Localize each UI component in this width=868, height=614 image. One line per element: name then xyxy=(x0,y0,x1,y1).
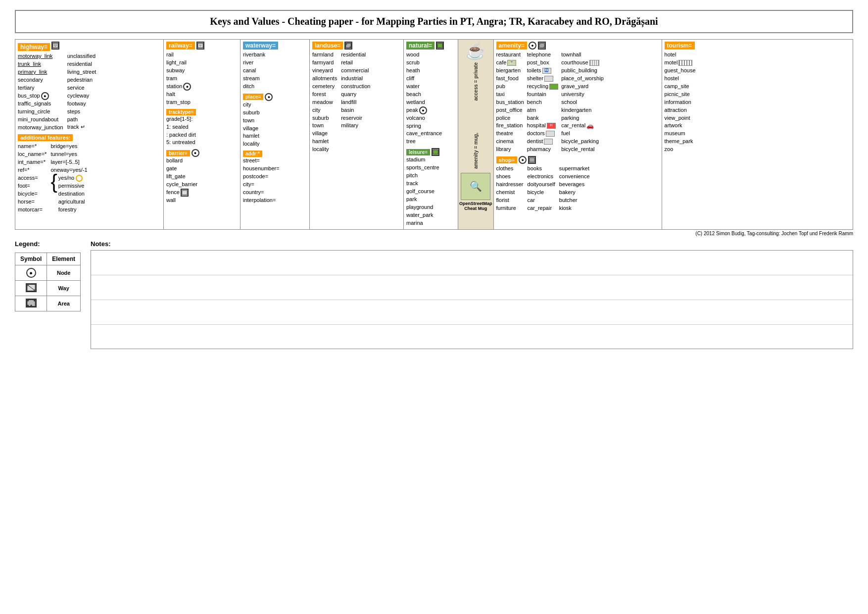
nat-beach: beach xyxy=(406,91,455,99)
ww-river: river xyxy=(243,59,307,67)
legend-section: Legend: Symbol Element ● Node xyxy=(15,240,81,349)
landuse-col1: farmland farmyard vineyard allotments ce… xyxy=(312,51,337,154)
am-bus-station: bus_station xyxy=(496,99,524,106)
to-hotel: hotel xyxy=(665,51,724,59)
natural-area-icon xyxy=(436,42,444,50)
lu-vineyard: vineyard xyxy=(312,67,337,75)
rw-subway: subway xyxy=(166,67,238,75)
am-toilets: toilets xyxy=(527,67,541,75)
nat-wood: wood xyxy=(406,51,455,59)
am-post-office: post_office xyxy=(496,106,524,114)
addr-country: country= xyxy=(243,189,307,197)
landuse-items: farmland farmyard vineyard allotments ce… xyxy=(312,51,401,154)
landuse-area-icon xyxy=(344,42,352,50)
am-bicycle-rental: bicycle_rental xyxy=(561,146,604,154)
am-shelter-icon xyxy=(544,76,553,82)
sh-supermarket: supermarket xyxy=(559,165,590,173)
lu-farmyard: farmyard xyxy=(312,59,337,67)
shop-col1: clothes shoes hairdresser chemist floris… xyxy=(496,165,524,212)
page: Keys and Values - Cheating paper - for M… xyxy=(0,0,868,359)
lu-city: city xyxy=(312,106,337,114)
leisure-label: leisure= xyxy=(406,149,430,155)
am-courthouse-icon xyxy=(589,60,599,66)
ww-place-node-icon: ● xyxy=(265,93,273,101)
lu-commercial: commercial xyxy=(341,67,370,75)
access-private-label: access = private xyxy=(473,62,479,101)
sh-bicycle: bicycle xyxy=(528,189,555,197)
am-kindergarten: kindergarten xyxy=(561,106,604,114)
lu-hamlet: hamlet xyxy=(312,138,337,146)
shop-header: shop= ● xyxy=(496,156,659,164)
railway-header: railway= xyxy=(166,42,238,50)
hw-path: path xyxy=(67,116,96,124)
addr-interpolation: interpolation= xyxy=(243,197,307,205)
rw-barrier-label: barrier= xyxy=(166,150,190,156)
to-museum: museum xyxy=(665,130,724,138)
tourism-section: tourism= hotel motel guest_house hostel … xyxy=(662,40,726,229)
place-hamlet: hamlet xyxy=(243,132,307,140)
sh-books: books xyxy=(528,165,555,173)
amenity-col2: telephone post_box toilets 🚻 shelter rec… xyxy=(527,51,558,154)
legend-title: Legend: xyxy=(15,240,81,248)
af-permissive: permissive xyxy=(58,182,85,190)
svg-point-5 xyxy=(350,47,351,48)
am-recycling-icon xyxy=(549,84,558,90)
am-theatre: theatre xyxy=(496,130,524,138)
to-view-point: view_point xyxy=(665,114,724,122)
rw-halt: halt xyxy=(166,91,238,99)
to-artwork: artwork xyxy=(665,122,724,130)
hw-traffic-signals: traffic_signals xyxy=(18,100,63,108)
lu-reservoir: reservoir xyxy=(341,114,370,122)
lei-sports-centre: sports_centre xyxy=(406,164,455,172)
note-line-1 xyxy=(91,251,853,275)
natural-header: natural= xyxy=(406,42,455,50)
am-fuel: fuel xyxy=(561,130,604,138)
ww-place-group: place= ● xyxy=(243,93,307,101)
addr-housenumber: housenumber= xyxy=(243,165,307,173)
af-tunnel: tunnel=yes xyxy=(50,151,87,158)
am-recycling-row: recycling xyxy=(527,83,558,91)
am-hospital: hospital xyxy=(527,122,546,130)
to-information: information xyxy=(665,99,724,106)
nat-spring: spring xyxy=(406,122,455,130)
hw-pedestrian: pedestrian xyxy=(67,76,96,84)
copyright-line: (C) 2012 Simon Budig, Tag-consulting: Jo… xyxy=(15,231,853,236)
lei-pitch: pitch xyxy=(406,172,455,180)
landuse-col2: residential retail commercial industrial… xyxy=(341,51,370,154)
place-town: town xyxy=(243,117,307,125)
lei-stadium: stadium xyxy=(406,156,455,164)
rw-station-node-icon: ● xyxy=(183,83,191,91)
additional-features-section: additional features: name=* loc_name=* i… xyxy=(18,134,161,213)
barrier-fence-way-icon xyxy=(181,189,189,197)
nat-peak: peak xyxy=(406,106,418,114)
hw-bus-stop-node-icon: ● xyxy=(41,92,49,100)
sh-doityourself: doityourself xyxy=(528,181,555,189)
nat-cliff: cliff xyxy=(406,75,455,83)
am-car-rental: car_rental xyxy=(561,122,585,130)
am-doctors-icon xyxy=(546,131,555,137)
svg-point-4 xyxy=(346,44,347,45)
rw-light-rail: light_rail xyxy=(166,59,238,67)
af-brace: { xyxy=(50,172,57,192)
af-int-name: int_name=* xyxy=(18,158,47,166)
am-cafe-icon: ☕ xyxy=(507,60,516,66)
note-line-2 xyxy=(91,275,853,300)
sh-car: car xyxy=(528,197,555,205)
lu-locality: locality xyxy=(312,146,337,154)
barrier-fence: fence xyxy=(166,189,180,197)
rw-rail: rail xyxy=(166,51,238,59)
shop-area-icon xyxy=(528,156,536,164)
hw-footway: footway xyxy=(67,100,96,108)
legend-way-symbol xyxy=(15,280,47,296)
osm-map-image: 🔍 xyxy=(461,173,490,200)
leisure-header: leisure= xyxy=(406,148,455,156)
svg-point-19 xyxy=(34,300,35,301)
amenity-label: amenity= xyxy=(496,42,527,50)
to-camp-site: camp_site xyxy=(665,83,724,91)
lei-playground: playground xyxy=(406,204,455,211)
barrier-gate: gate xyxy=(166,165,238,173)
to-hostel: hostel xyxy=(665,75,724,83)
amenity-node-icon: ● xyxy=(529,42,536,50)
notes-box xyxy=(91,250,853,349)
amenity-area-icon xyxy=(538,42,546,50)
